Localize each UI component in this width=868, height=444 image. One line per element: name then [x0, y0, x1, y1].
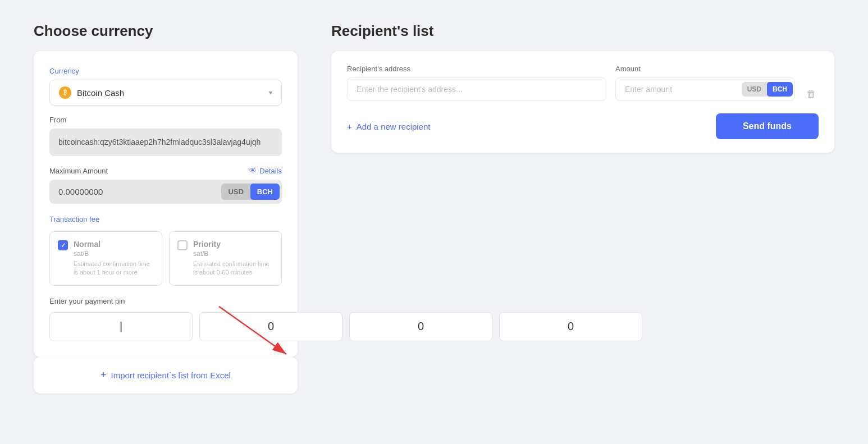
import-link[interactable]: + Import recipient`s list from Excel: [100, 369, 231, 381]
recipients-card: Recipient's address Amount USD BCH: [331, 51, 834, 153]
chevron-down-icon: ▾: [269, 89, 272, 97]
priority-rate: sat/B: [193, 250, 273, 258]
delete-col: 🗑: [804, 65, 819, 102]
address-field-label: Recipient's address: [347, 65, 606, 73]
add-recipient-button[interactable]: + Add a new recipient: [347, 120, 431, 134]
currency-name: Bitcoin Cash: [77, 88, 124, 98]
plus-icon: +: [100, 369, 107, 381]
amount-value: 0.00000000: [49, 180, 219, 204]
amount-usd-toggle[interactable]: USD: [742, 82, 767, 97]
usd-toggle[interactable]: USD: [221, 184, 250, 200]
currency-select[interactable]: ₿ Bitcoin Cash ▾: [49, 80, 282, 106]
amount-col: Amount USD BCH: [615, 65, 795, 101]
from-address: bitcoincash:qzy6t3ktlaaep2h7h2fmladquc3s…: [49, 129, 282, 156]
from-label: From: [49, 116, 282, 124]
bch-toggle[interactable]: BCH: [250, 184, 280, 200]
currency-icon: ₿: [59, 86, 71, 99]
currency-card: Currency ₿ Bitcoin Cash ▾ From bitcoinca…: [34, 51, 298, 357]
payment-pin-label: Enter your payment pin: [49, 297, 282, 305]
currency-toggle: USD BCH: [221, 184, 280, 200]
pin-input-4[interactable]: [499, 312, 642, 341]
amount-input[interactable]: [616, 78, 740, 100]
max-amount-label: Maximum Amount: [49, 167, 108, 175]
tx-fee-label: Transaction fee: [49, 215, 282, 223]
fee-option-priority[interactable]: Priority sat/B Estimated confirmation ti…: [169, 231, 282, 286]
normal-title: Normal: [74, 240, 154, 249]
import-label: Import recipient`s list from Excel: [111, 370, 231, 380]
delete-recipient-button[interactable]: 🗑: [804, 86, 819, 102]
priority-desc: Estimated confirmation time is about 0-6…: [193, 260, 273, 277]
recipient-row: Recipient's address Amount USD BCH: [347, 65, 819, 102]
normal-desc: Estimated confirmation time is about 1 h…: [74, 260, 154, 277]
pin-inputs: [49, 312, 282, 341]
pin-input-1[interactable]: [49, 312, 193, 341]
import-card[interactable]: + Import recipient`s list from Excel: [34, 357, 298, 393]
priority-title: Priority: [193, 240, 273, 249]
normal-checkbox[interactable]: [58, 240, 68, 250]
right-section-title: Recipient's list: [331, 22, 834, 40]
amount-input-row: USD BCH: [615, 77, 795, 101]
add-recipient-label: Add a new recipient: [357, 122, 431, 131]
normal-rate: sat/B: [74, 250, 154, 258]
amount-currency-toggle: USD BCH: [742, 82, 793, 97]
amount-field-label: Amount: [615, 65, 795, 73]
pin-input-3[interactable]: [349, 312, 492, 341]
amount-bch-toggle[interactable]: BCH: [767, 82, 793, 97]
details-link-text: Details: [259, 167, 282, 175]
recipient-address-input[interactable]: [347, 77, 606, 101]
max-amount-field: 0.00000000 USD BCH: [49, 180, 282, 204]
details-link[interactable]: 👁 Details: [249, 166, 282, 175]
fee-option-normal[interactable]: Normal sat/B Estimated confirmation time…: [49, 231, 162, 286]
currency-label: Currency: [49, 67, 282, 75]
send-funds-button[interactable]: Send funds: [716, 113, 819, 139]
address-col: Recipient's address: [347, 65, 606, 101]
recipients-bottom-row: + Add a new recipient Send funds: [347, 113, 819, 139]
priority-checkbox[interactable]: [177, 240, 188, 250]
pin-input-2[interactable]: [199, 312, 342, 341]
eye-icon: 👁: [249, 166, 257, 175]
left-section-title: Choose currency: [34, 22, 298, 40]
fee-options: Normal sat/B Estimated confirmation time…: [49, 231, 282, 286]
add-plus-icon: +: [347, 122, 352, 131]
